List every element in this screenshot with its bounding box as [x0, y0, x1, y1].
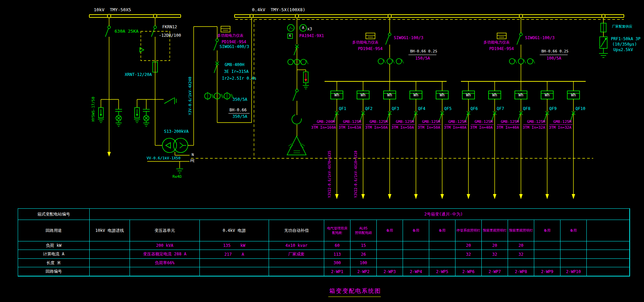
hv-fuse-model: XRNT-12/20A: [125, 73, 152, 77]
hv-switch-fuse-model: FKRN12: [162, 25, 177, 29]
cell: [403, 259, 429, 267]
col-header-wp8: 预留景观照明灯: [508, 220, 534, 241]
cell: [560, 259, 587, 267]
spd-branch: [599, 18, 608, 58]
cell: 32: [508, 250, 534, 259]
row-label: 计算电流 A: [18, 250, 90, 259]
wh-meter-label: Wh: [462, 93, 475, 97]
spd-up: Up≤2.5kV: [613, 48, 633, 52]
lv-main-vt-model: BH-0.66: [229, 108, 247, 112]
feeder-qf-label: QF7: [497, 107, 504, 111]
cell: [534, 250, 560, 259]
k-label: K: [288, 34, 293, 38]
cell: 2-WP1: [324, 267, 350, 276]
cell: [508, 259, 534, 267]
cell: [403, 250, 429, 259]
cell: 2-WP6: [455, 267, 482, 276]
col-header-wp7: 预留景观照明灯: [482, 220, 508, 241]
sec2-vt-model: BH-0.66 0.2S: [541, 49, 568, 53]
col-header-wp9: 备用: [534, 220, 560, 241]
col-header: 无功自动补偿: [269, 220, 324, 241]
sec1-switch-model: SIWOG1-100/3: [394, 36, 423, 40]
pa-meter-model: PA194I-9X1: [299, 34, 324, 38]
sec1-meter-title: 多功能电力仪表: [352, 41, 378, 45]
wh-meter-label: Wh: [515, 93, 527, 97]
cell: 100: [350, 259, 377, 267]
cell: [455, 259, 482, 267]
spd-model: PRF1-50kA 3P: [611, 37, 641, 41]
cell: 2-WP4: [403, 267, 429, 276]
lv-main-vt-ratio: 350/5A: [233, 114, 247, 119]
hv-switch-fuse-branch: [137, 18, 170, 99]
row-label: 回路编号: [18, 267, 90, 276]
cell: [377, 241, 403, 250]
station-id-value: 2号箱变(通川·中为): [424, 211, 463, 217]
wh-meter-label: Wh: [436, 93, 448, 97]
cell-empty: [200, 259, 269, 267]
n-label: N: [192, 153, 194, 157]
sec1-vt-ratio: 150/5A: [415, 56, 430, 61]
feeder-qf-label: QF8: [523, 107, 530, 111]
wh-meter-label: Wh: [410, 93, 422, 97]
cell: 20: [455, 241, 482, 250]
cell: 32: [455, 250, 482, 259]
pe-label: PE: [190, 159, 195, 163]
feeder-qf-label: QF4: [418, 107, 425, 111]
feeder-breaker-model: GM8-125M: [391, 120, 414, 124]
pe-cable-label: VV-0.6/1kV-1X50: [147, 156, 180, 160]
col-header: 10kV 电源进线: [90, 220, 130, 241]
col-header-wp10: 备用: [560, 220, 587, 241]
wh-meter-label: Wh: [384, 93, 396, 97]
sec1-meter-model: PD194E-9S4: [358, 47, 383, 51]
feeder-qf-label: QF9: [549, 107, 557, 111]
title-underline: [328, 297, 381, 297]
lv-cable-label: YJV-0.6/1kV-4X240: [188, 77, 192, 115]
cell-empty: [90, 250, 130, 259]
feeder-qf-label: QF6: [470, 107, 478, 111]
wh-meter-label: Wh: [357, 93, 369, 97]
lv-bus-label: 0.4kV TMY-5X(100X8): [252, 7, 305, 12]
sec2-switch-model: SIWOG1-100/3: [525, 36, 555, 40]
wh-meter-label: Wh: [567, 93, 580, 97]
spd-wave: (10/350μs): [612, 42, 637, 47]
col-header-wp3: 备用: [377, 220, 403, 241]
feeder-breaker-trip: 3TM In=40A: [443, 126, 468, 130]
feeder-breaker-trip: 3TM In=32A: [521, 126, 546, 130]
cell: [534, 259, 560, 267]
hv-arrester-group-2: [134, 99, 150, 126]
wh-meter-label: Wh: [489, 93, 501, 97]
cell: 20: [508, 241, 534, 250]
drawing-title: 箱变变配电系统图: [329, 288, 381, 294]
cell: 2-WP8: [508, 267, 534, 276]
cell: 2-WP5: [429, 267, 455, 276]
feeder-qf-label: QF10: [575, 107, 585, 111]
cell-empty: [269, 267, 324, 276]
col-header-wp1: 电气管理用房配电柜: [324, 220, 350, 241]
col-header: 变压器单元: [130, 220, 200, 241]
lv-main-meter-model: PD194E-9S4: [222, 40, 246, 44]
cell: 32: [482, 250, 508, 259]
ground-resistance-note: R≤4Ω: [173, 175, 182, 179]
col-header-spare: [587, 220, 630, 241]
cell-empty: [587, 267, 630, 276]
cell: 60: [324, 241, 350, 250]
feeder-breaker-trip: 3TM In=63A: [337, 126, 362, 130]
cell-empty: [200, 267, 269, 276]
cell-empty: [587, 250, 630, 259]
cell: 300: [324, 259, 350, 267]
hv-busbar: [89, 14, 181, 18]
cell-empty: [587, 259, 630, 267]
cell: [560, 250, 587, 259]
capacitor-branch: [287, 18, 309, 155]
feeder-qf-label: QF2: [365, 107, 373, 111]
pe-dashed-lines: [191, 19, 624, 158]
station-id-label: 箱式变配电站编号: [18, 209, 90, 220]
feeder-breaker-model: GM8-125M: [339, 120, 361, 124]
cell: [403, 241, 429, 250]
cell-current-transformer: 变压器额定电流 288 A: [130, 250, 200, 259]
cell-load-comp: 4x10 kvar: [269, 241, 324, 250]
ammeter-letter: A: [301, 26, 305, 30]
cell: [377, 259, 403, 267]
hv-arrester-group-1: [98, 99, 122, 126]
wh-meter-label: Wh: [331, 93, 343, 97]
